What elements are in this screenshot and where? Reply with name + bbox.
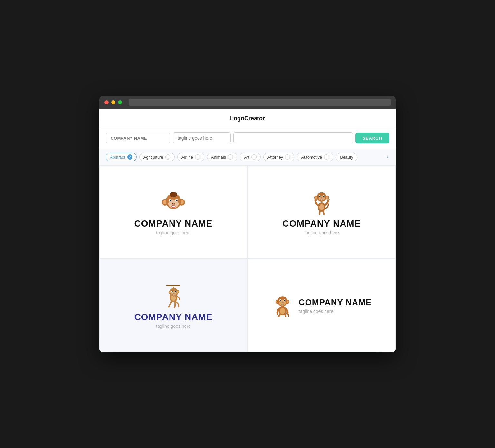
svg-point-5 — [170, 192, 177, 197]
app-content: LogoCreator SEARCH Abstract ✓ Agricultur… — [99, 109, 396, 352]
svg-point-40 — [169, 291, 171, 293]
svg-point-15 — [174, 203, 174, 204]
filter-animals-check: ✓ — [228, 154, 233, 160]
svg-point-29 — [319, 196, 320, 197]
svg-point-14 — [172, 203, 173, 204]
filter-airline-check: ✓ — [195, 154, 200, 160]
maximize-button[interactable] — [118, 100, 122, 104]
logo-grid: COMPANY NAME tagline goes here — [99, 165, 396, 352]
logo-tagline-2: tagline goes here — [304, 230, 339, 235]
logo-company-name-4: COMPANY NAME — [299, 297, 372, 307]
filter-abstract[interactable]: Abstract ✓ — [106, 153, 137, 161]
app-title: LogoCreator — [230, 115, 265, 122]
app-header: LogoCreator — [99, 109, 396, 127]
minimize-button[interactable] — [111, 100, 115, 104]
logo-card-3[interactable]: COMPANY NAME tagline goes here — [99, 259, 248, 352]
logo-card-2[interactable]: COMPANY NAME tagline goes here — [248, 165, 396, 259]
browser-window: LogoCreator SEARCH Abstract ✓ Agricultur… — [99, 96, 396, 352]
filter-attorney-check: ✓ — [285, 154, 290, 160]
filter-beauty-label: Beauty — [340, 155, 353, 160]
svg-point-24 — [326, 196, 328, 199]
logo-tagline-1: tagline goes here — [156, 230, 190, 235]
svg-point-9 — [170, 200, 171, 201]
svg-point-65 — [281, 302, 283, 303]
filter-abstract-check: ✓ — [127, 154, 132, 160]
svg-rect-18 — [172, 206, 175, 207]
svg-point-33 — [322, 198, 323, 198]
svg-point-10 — [176, 200, 178, 201]
filter-attorney[interactable]: Attorney ✓ — [263, 153, 294, 161]
filter-automotive[interactable]: Automotive ✓ — [297, 153, 333, 161]
svg-point-47 — [175, 291, 176, 292]
svg-point-31 — [321, 197, 322, 199]
svg-point-66 — [282, 302, 282, 302]
filter-airline[interactable]: Airline ✓ — [177, 153, 204, 161]
filter-next-button[interactable]: → — [383, 154, 389, 161]
svg-point-12 — [177, 200, 177, 200]
svg-point-22 — [315, 196, 317, 199]
filter-art-check: ✓ — [251, 154, 257, 160]
logo-tagline-4: tagline goes here — [299, 309, 372, 314]
logo-inline-layout: COMPANY NAME tagline goes here — [272, 294, 372, 317]
monkey-icon-3 — [160, 282, 186, 308]
close-button[interactable] — [104, 100, 109, 104]
svg-point-42 — [177, 291, 179, 293]
svg-point-52 — [280, 308, 285, 314]
svg-point-67 — [283, 302, 283, 302]
filter-attorney-label: Attorney — [267, 155, 283, 160]
filter-abstract-label: Abstract — [110, 155, 125, 160]
filter-agriculture-label: Agriculture — [143, 155, 163, 160]
svg-point-20 — [319, 204, 324, 210]
filter-automotive-check: ✓ — [324, 154, 329, 160]
logo-tagline-3: tagline goes here — [156, 324, 190, 329]
logo-company-name-3: COMPANY NAME — [134, 312, 213, 322]
svg-point-49 — [173, 293, 173, 293]
filter-art[interactable]: Art ✓ — [240, 153, 261, 161]
svg-point-63 — [280, 300, 281, 301]
monkey-icon-1 — [160, 189, 186, 215]
search-bar: SEARCH — [99, 127, 396, 149]
svg-point-11 — [170, 200, 171, 200]
svg-point-64 — [285, 300, 285, 301]
extra-search-input[interactable] — [233, 132, 353, 143]
svg-point-46 — [172, 291, 173, 292]
filter-agriculture-check: ✓ — [165, 154, 170, 160]
svg-point-30 — [323, 196, 324, 197]
monkey-icon-2 — [309, 189, 335, 215]
logo-company-name-2: COMPANY NAME — [283, 219, 361, 229]
svg-point-34 — [314, 199, 317, 201]
filter-beauty[interactable]: Beauty — [336, 153, 357, 161]
svg-point-32 — [321, 198, 322, 198]
tagline-input[interactable] — [173, 132, 231, 143]
search-button[interactable]: SEARCH — [355, 133, 389, 143]
browser-titlebar — [99, 96, 396, 109]
filter-art-label: Art — [244, 155, 249, 160]
filter-airline-label: Airline — [181, 155, 193, 160]
url-bar[interactable] — [129, 99, 391, 106]
filter-automotive-label: Automotive — [301, 155, 322, 160]
logo-card-4[interactable]: COMPANY NAME tagline goes here — [248, 259, 396, 352]
filter-animals-label: Animals — [211, 155, 226, 160]
logo-text-group-4: COMPANY NAME tagline goes here — [299, 297, 372, 314]
svg-point-50 — [174, 293, 174, 293]
filter-agriculture[interactable]: Agriculture ✓ — [139, 153, 175, 161]
monkey-icon-4 — [272, 294, 294, 317]
svg-point-13 — [172, 203, 175, 205]
company-name-input[interactable] — [106, 133, 170, 143]
logo-company-name-1: COMPANY NAME — [134, 219, 213, 229]
svg-rect-35 — [166, 285, 180, 286]
filter-bar: Abstract ✓ Agriculture ✓ Airline ✓ Anima… — [99, 149, 396, 165]
logo-card-1[interactable]: COMPANY NAME tagline goes here — [99, 165, 248, 259]
filter-animals[interactable]: Animals ✓ — [207, 153, 237, 161]
